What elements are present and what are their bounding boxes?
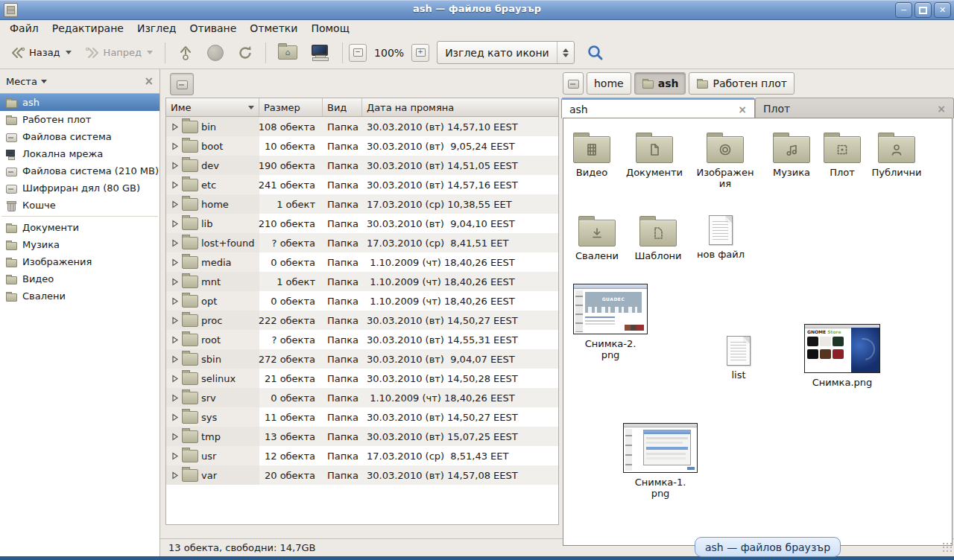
expander-icon[interactable] <box>171 142 179 150</box>
expander-icon[interactable] <box>171 413 179 421</box>
sidebar-item[interactable]: Музика <box>0 236 159 253</box>
menu-file[interactable]: Файл <box>3 21 45 36</box>
tree-row[interactable]: home1 обектПапка17.03.2010 (ср) 10,38,55… <box>166 194 558 214</box>
column-header-kind[interactable]: Вид <box>323 98 362 116</box>
titlebar[interactable]: ash — файлов браузър ─ ✕ <box>0 0 954 20</box>
expander-icon[interactable] <box>171 181 179 189</box>
maximize-button[interactable] <box>914 2 932 18</box>
tab-ash[interactable]: ash × <box>561 98 755 118</box>
computer-button[interactable] <box>305 40 336 65</box>
icon-view-item[interactable]: Изображения <box>695 132 755 189</box>
view-mode-select[interactable]: Изглед като икони <box>437 41 575 64</box>
places-close-icon[interactable]: × <box>144 74 154 88</box>
expander-icon[interactable] <box>171 278 179 286</box>
tree-row[interactable]: mnt1 обектПапка 1.10.2009 (чт) 18,40,26 … <box>166 272 558 291</box>
forward-dropdown-icon[interactable] <box>147 51 153 54</box>
icon-view-item[interactable]: нов файл <box>689 215 752 260</box>
column-header-size[interactable]: Размер <box>259 98 323 116</box>
icon-view-item[interactable]: Снимка-1.png <box>622 423 698 499</box>
places-header-dropdown-icon[interactable] <box>41 80 47 83</box>
tab-close-icon[interactable]: × <box>738 104 747 115</box>
column-header-name[interactable]: Име <box>166 98 259 116</box>
menu-edit[interactable]: Редактиране <box>45 21 130 36</box>
expander-icon[interactable] <box>171 200 179 209</box>
minimize-button[interactable]: ─ <box>895 2 912 18</box>
taskbar-window-button[interactable]: ash — файлов браузър <box>695 537 841 557</box>
expander-icon[interactable] <box>171 123 179 131</box>
expander-icon[interactable] <box>171 297 179 305</box>
icon-view-item[interactable]: Музика <box>760 132 823 178</box>
places-header-label[interactable]: Места <box>6 76 37 87</box>
forward-button[interactable]: Напред <box>79 40 159 65</box>
sidebar-item[interactable]: Кошче <box>0 197 159 214</box>
menu-go[interactable]: Отиване <box>183 21 243 36</box>
icon-view-item[interactable]: list <box>716 336 761 381</box>
expander-icon[interactable] <box>171 394 179 402</box>
tree-row[interactable]: dev190 обектаПапка30.03.2010 (вт) 14,51,… <box>166 156 558 175</box>
tree-row[interactable]: boot10 обектаПапка30.03.2010 (вт) 9,05,2… <box>166 136 558 156</box>
tree-row[interactable]: bin108 обектаПапка30.03.2010 (вт) 14,57,… <box>166 117 558 136</box>
zoom-out-button[interactable]: − <box>349 44 367 62</box>
breadcrumb-ash-button[interactable]: ash <box>634 72 686 95</box>
expander-icon[interactable] <box>171 471 179 480</box>
sidebar-item[interactable]: Изображения <box>0 253 159 270</box>
icon-view-item[interactable]: GUADECСнимка-2.png <box>572 284 648 360</box>
tree-row[interactable]: lib210 обектаПапка30.03.2010 (вт) 9,04,1… <box>166 214 558 233</box>
expander-icon[interactable] <box>171 452 179 460</box>
breadcrumb-desktop-button[interactable]: Работен плот <box>689 72 794 95</box>
expander-icon[interactable] <box>171 433 179 441</box>
back-button[interactable]: Назад <box>4 40 78 65</box>
view-mode-spinner[interactable] <box>557 42 574 63</box>
expander-icon[interactable] <box>171 258 179 267</box>
search-button[interactable] <box>581 40 610 65</box>
icon-view-item[interactable]: Документи <box>619 132 690 178</box>
icon-view-item[interactable]: Свалени <box>564 215 630 261</box>
expander-icon[interactable] <box>171 239 179 247</box>
icon-view-item[interactable]: Плот <box>818 132 866 178</box>
menu-bookmarks[interactable]: Отметки <box>243 21 304 36</box>
tree-row[interactable]: sbin272 обектаПапка30.03.2010 (вт) 9,04,… <box>166 349 558 369</box>
tree-row[interactable]: media0 обектаПапка 1.10.2009 (чт) 18,40,… <box>166 252 558 272</box>
reload-button[interactable] <box>231 40 259 65</box>
sidebar-item[interactable]: Работен плот <box>0 111 159 128</box>
zoom-in-button[interactable]: + <box>411 44 429 62</box>
sidebar-item[interactable]: Шифриран дял (80 GB) <box>0 179 159 197</box>
expander-icon[interactable] <box>171 336 179 344</box>
expander-icon[interactable] <box>171 162 179 170</box>
sidebar-item[interactable]: Файлова система (210 MB) <box>0 162 159 179</box>
tree-row[interactable]: opt0 обектаПапка 1.10.2009 (чт) 18,40,26… <box>166 291 558 311</box>
tab-plot[interactable]: Плот × <box>755 98 954 118</box>
tree-row[interactable]: etc241 обектаПапка30.03.2010 (вт) 14,57,… <box>166 175 558 194</box>
breadcrumb-home-button[interactable]: home <box>587 72 631 95</box>
sidebar-item[interactable]: ash <box>0 94 159 111</box>
tree-row[interactable]: sys11 обектаПапка30.03.2010 (вт) 14,50,2… <box>166 407 558 427</box>
tree-row[interactable]: selinux21 обектаПапка30.03.2010 (вт) 14,… <box>166 369 558 388</box>
tree-row[interactable]: var20 обектаПапка30.03.2010 (вт) 14,57,0… <box>166 465 558 485</box>
expander-icon[interactable] <box>171 375 179 383</box>
home-button[interactable]: ⌂ <box>272 40 303 65</box>
tab-close-icon[interactable]: × <box>937 103 946 115</box>
sidebar-item[interactable]: Файлова система <box>0 128 159 145</box>
tree-row[interactable]: root? обектаПапка30.03.2010 (вт) 14,55,3… <box>166 330 558 349</box>
filesystem-path-button[interactable] <box>170 73 194 95</box>
icon-view-item[interactable]: Публични <box>862 132 931 178</box>
icon-view-item[interactable]: Видео <box>559 132 625 178</box>
column-header-date[interactable]: Дата на промяна <box>362 98 558 116</box>
resize-grip[interactable] <box>942 542 953 553</box>
expander-icon[interactable] <box>171 316 179 325</box>
tree-row[interactable]: srv0 обектаПапка 1.10.2009 (чт) 18,40,26… <box>166 388 558 407</box>
sidebar-item[interactable]: Видео <box>0 270 159 287</box>
tree-row[interactable]: tmp13 обектаПапка30.03.2010 (вт) 15,07,2… <box>166 427 558 446</box>
expander-icon[interactable] <box>171 220 179 228</box>
sidebar-item[interactable]: Документи <box>0 219 159 236</box>
sidebar-item[interactable]: Локална мрежа <box>0 145 159 162</box>
back-dropdown-icon[interactable] <box>66 51 72 54</box>
menu-view[interactable]: Изглед <box>130 21 183 36</box>
icon-view[interactable]: ВидеоДокументиИзображенияМузикаПлотПубли… <box>563 118 953 546</box>
menu-help[interactable]: Помощ <box>304 21 356 36</box>
close-button[interactable]: ✕ <box>934 2 951 18</box>
tree-row[interactable]: proc222 обектаПапка30.03.2010 (вт) 14,50… <box>166 311 558 330</box>
up-button[interactable] <box>171 40 200 65</box>
icon-view-item[interactable]: GNOME StoreСнимка.png <box>800 324 884 388</box>
breadcrumb-root-button[interactable] <box>563 72 584 95</box>
